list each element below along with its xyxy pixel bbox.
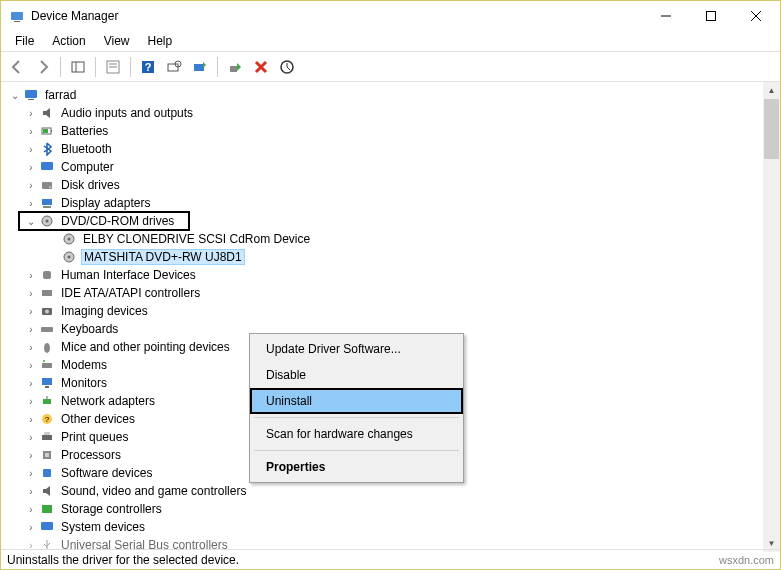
caret-right-icon[interactable]: › [25,306,37,317]
menu-file[interactable]: File [7,32,42,50]
tree-device-matshita[interactable]: MATSHITA DVD+-RW UJ8D1 [1,248,780,266]
context-disable[interactable]: Disable [252,362,461,388]
tree-device-elby[interactable]: ELBY CLONEDRIVE SCSI CdRom Device [1,230,780,248]
scan-hardware-button[interactable] [162,55,186,79]
close-button[interactable] [733,2,778,30]
scroll-thumb[interactable] [764,99,779,159]
caret-right-icon[interactable]: › [25,360,37,371]
toolbar-separator [217,57,218,77]
help-button[interactable]: ? [136,55,160,79]
context-properties[interactable]: Properties [252,454,461,480]
software-icon [39,465,55,481]
caret-right-icon[interactable]: › [25,378,37,389]
scroll-up-arrow-icon[interactable]: ▲ [763,82,780,99]
caret-right-icon[interactable]: › [25,504,37,515]
context-update-driver[interactable]: Update Driver Software... [252,336,461,362]
cpu-icon [39,447,55,463]
svg-rect-26 [42,199,52,205]
network-icon [39,393,55,409]
disk-icon [39,177,55,193]
computer-icon [23,87,39,103]
back-button[interactable] [5,55,29,79]
display-adapter-icon [39,195,55,211]
toolbar: ? [1,52,780,82]
svg-rect-23 [41,162,53,170]
properties-button[interactable] [101,55,125,79]
svg-point-25 [49,186,51,188]
tree-category-computer[interactable]: ›Computer [1,158,780,176]
tree-category-hid[interactable]: ›Human Interface Devices [1,266,780,284]
tree-category-imaging[interactable]: ›Imaging devices [1,302,780,320]
tree-category-dvd[interactable]: ⌄DVD/CD-ROM drives [19,212,189,230]
caret-right-icon[interactable]: › [25,396,37,407]
caret-right-icon[interactable]: › [25,144,37,155]
context-scan[interactable]: Scan for hardware changes [252,421,461,447]
svg-rect-38 [41,327,53,332]
caret-right-icon[interactable]: › [25,486,37,497]
caret-right-icon[interactable]: › [25,270,37,281]
update-driver-button[interactable] [188,55,212,79]
tree-category-bluetooth[interactable]: ›Bluetooth [1,140,780,158]
caret-right-icon[interactable]: › [25,162,37,173]
svg-rect-48 [42,435,52,440]
svg-rect-34 [43,271,51,279]
caret-right-icon[interactable]: › [25,522,37,533]
scan-changes-button[interactable] [275,55,299,79]
caret-right-icon[interactable]: › [25,126,37,137]
app-icon [9,8,25,24]
svg-rect-6 [72,62,84,72]
tree-category-disk[interactable]: ›Disk drives [1,176,780,194]
svg-rect-40 [42,363,52,368]
hid-icon [39,267,55,283]
context-separator [254,417,459,418]
tree-category-display[interactable]: ›Display adapters [1,194,780,212]
caret-right-icon[interactable]: › [25,108,37,119]
maximize-button[interactable] [688,2,733,30]
enable-button[interactable] [223,55,247,79]
caret-right-icon[interactable]: › [25,198,37,209]
svg-text:?: ? [45,415,50,424]
menu-help[interactable]: Help [140,32,181,50]
caret-right-icon[interactable]: › [25,324,37,335]
toolbar-separator [130,57,131,77]
caret-right-icon[interactable]: › [25,342,37,353]
vertical-scrollbar[interactable]: ▲ ▼ [763,82,780,552]
svg-rect-44 [43,399,51,404]
menu-view[interactable]: View [96,32,138,50]
svg-rect-22 [43,129,48,133]
mouse-icon [39,339,55,355]
menu-action[interactable]: Action [44,32,93,50]
tree-category-audio[interactable]: ›Audio inputs and outputs [1,104,780,122]
tree-category-system[interactable]: ›System devices [1,518,780,536]
tree-root[interactable]: ⌄ farrad [1,86,780,104]
svg-rect-0 [11,12,23,20]
context-separator [254,450,459,451]
caret-down-icon[interactable]: ⌄ [25,216,37,227]
statusbar: Uninstalls the driver for the selected d… [1,549,780,569]
tree-category-storage[interactable]: ›Storage controllers [1,500,780,518]
caret-right-icon[interactable]: › [25,450,37,461]
caret-right-icon[interactable]: › [25,432,37,443]
storage-icon [39,501,55,517]
minimize-button[interactable] [643,2,688,30]
svg-point-39 [44,343,50,353]
svg-rect-16 [230,66,237,72]
context-uninstall[interactable]: Uninstall [250,388,463,414]
caret-right-icon[interactable]: › [25,414,37,425]
forward-button[interactable] [31,55,55,79]
toolbar-separator [60,57,61,77]
caret-right-icon[interactable]: › [25,468,37,479]
tree-category-batteries[interactable]: ›Batteries [1,122,780,140]
tree-category-ide[interactable]: ›IDE ATA/ATAPI controllers [1,284,780,302]
caret-down-icon[interactable]: ⌄ [9,90,21,101]
svg-rect-3 [706,12,715,21]
caret-right-icon[interactable]: › [25,180,37,191]
titlebar: Device Manager [1,1,780,31]
svg-rect-21 [51,130,52,132]
tree-category-sound[interactable]: ›Sound, video and game controllers [1,482,780,500]
disc-drive-icon [61,249,77,265]
content-area: ⌄ farrad ›Audio inputs and outputs ›Batt… [1,82,780,552]
caret-right-icon[interactable]: › [25,288,37,299]
uninstall-button[interactable] [249,55,273,79]
show-hide-tree-button[interactable] [66,55,90,79]
